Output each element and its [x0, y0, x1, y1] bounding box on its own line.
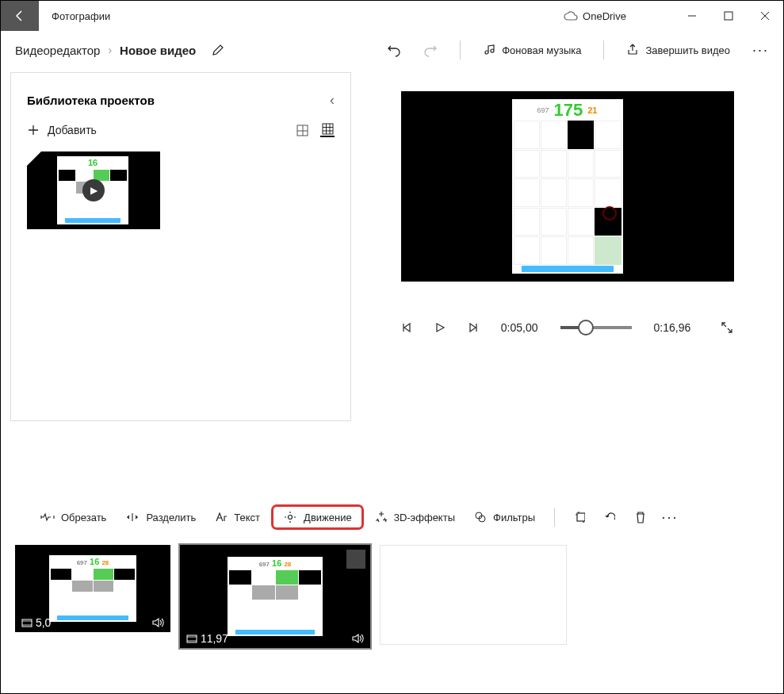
- undo-icon: [387, 43, 401, 57]
- breadcrumb-current: Новое видео: [120, 44, 196, 57]
- rotate-button[interactable]: [596, 505, 623, 529]
- fullscreen-button[interactable]: [721, 321, 733, 334]
- undo-button[interactable]: [387, 43, 401, 57]
- prev-frame-button[interactable]: [401, 322, 412, 333]
- finish-video-button[interactable]: Завершить видео: [626, 44, 730, 56]
- export-icon: [626, 44, 639, 56]
- titlebar: Фотографии OneDrive: [1, 1, 783, 31]
- clip-toolbar: Обрезать Разделить Текст Движение 3D-эфф…: [1, 497, 783, 537]
- divider: [460, 40, 461, 59]
- delete-button[interactable]: [626, 505, 653, 529]
- pencil-icon: [212, 44, 224, 56]
- add-label: Добавить: [48, 124, 97, 136]
- playback-controls: 0:05,00 0:16,96: [401, 321, 734, 334]
- timeline-empty-slot[interactable]: [380, 545, 567, 645]
- crop-button[interactable]: [566, 505, 593, 529]
- svg-rect-8: [187, 635, 197, 642]
- sparkle-icon: [375, 511, 388, 523]
- preview-content: 697 175 21: [512, 99, 623, 274]
- split-label: Разделить: [146, 512, 196, 523]
- arrow-left-icon: [13, 10, 26, 22]
- redo-button[interactable]: [423, 43, 438, 57]
- seek-slider[interactable]: [560, 326, 632, 329]
- onedrive-label: OneDrive: [583, 10, 626, 22]
- clip-marker: [346, 550, 365, 569]
- current-time: 0:05,00: [501, 321, 538, 334]
- clip-duration: 11,97: [186, 632, 228, 645]
- preview-left: 697: [537, 106, 549, 114]
- total-time: 0:16,96: [654, 321, 691, 334]
- trim-label: Обрезать: [61, 512, 106, 523]
- filmstrip-icon: [186, 635, 197, 643]
- video-preview[interactable]: 697 175 21: [401, 91, 734, 282]
- motion-button[interactable]: Движение: [271, 504, 364, 530]
- timeline-clip-selected[interactable]: 697 16 28 11,97: [180, 545, 370, 648]
- fx-label: 3D-эффекты: [394, 512, 455, 523]
- clip-audio-icon: [151, 617, 164, 628]
- split-icon: [125, 512, 140, 523]
- text-button[interactable]: Текст: [207, 507, 268, 528]
- clip-audio-icon: [351, 633, 364, 644]
- split-button[interactable]: Разделить: [117, 507, 204, 528]
- timeline: 697 16 28 5,0 697 16 28 11,97: [1, 537, 783, 656]
- music-icon: [483, 44, 495, 56]
- close-button[interactable]: [747, 1, 783, 31]
- rotate-icon: [604, 510, 615, 524]
- motion-icon: [283, 511, 297, 523]
- edit-title-button[interactable]: [212, 44, 224, 56]
- maximize-button[interactable]: [710, 1, 747, 31]
- 3d-effects-button[interactable]: 3D-эффекты: [367, 506, 463, 528]
- finish-label: Завершить видео: [645, 44, 730, 56]
- play-icon: ▶: [82, 179, 105, 201]
- view-large-button[interactable]: [295, 123, 309, 137]
- library-item[interactable]: 16 ▶: [27, 151, 160, 229]
- plus-icon: [27, 124, 40, 136]
- fold-indicator: [27, 151, 41, 166]
- back-button[interactable]: [1, 1, 39, 31]
- preview-main: 175: [554, 100, 583, 121]
- trash-icon: [634, 510, 645, 524]
- svg-rect-7: [22, 619, 32, 627]
- app-title: Фотографии: [52, 10, 110, 22]
- clip-thumb: 697 16 28: [228, 557, 323, 636]
- clip-duration: 5,0: [21, 616, 51, 629]
- preview-right: 21: [587, 105, 597, 115]
- timeline-clip[interactable]: 697 16 28 5,0: [15, 545, 170, 632]
- motion-label: Движение: [304, 512, 352, 523]
- divider: [554, 508, 555, 527]
- add-media-button[interactable]: Добавить: [27, 124, 97, 136]
- crop-icon: [574, 510, 585, 524]
- onedrive-button[interactable]: OneDrive: [564, 10, 626, 22]
- cloud-icon: [564, 11, 578, 21]
- svg-point-3: [289, 516, 293, 520]
- divider: [603, 40, 604, 59]
- svg-rect-0: [725, 12, 732, 20]
- view-small-button[interactable]: [320, 123, 335, 137]
- breadcrumb-root[interactable]: Видеоредактор: [15, 44, 100, 57]
- trim-button[interactable]: Обрезать: [33, 507, 114, 528]
- next-frame-button[interactable]: [468, 322, 479, 333]
- speaker-icon: [351, 633, 364, 644]
- text-icon: [215, 512, 228, 523]
- music-label: Фоновая музыка: [502, 44, 581, 56]
- thumb-score: 16: [59, 158, 127, 169]
- library-panel: Библиотека проектов ‹ Добавить 16: [10, 72, 351, 421]
- preview-area: 697 175 21 0:05,00 0:16,96: [351, 69, 783, 489]
- clip-thumb: 697 16 28: [49, 555, 136, 622]
- collapse-panel-button[interactable]: ‹: [330, 92, 335, 109]
- filmstrip-icon: [21, 619, 33, 627]
- main-area: Библиотека проектов ‹ Добавить 16: [1, 69, 783, 489]
- chevron-right-icon: ›: [108, 44, 112, 56]
- text-label: Текст: [234, 512, 260, 523]
- play-button[interactable]: [434, 322, 446, 333]
- speaker-icon: [151, 617, 164, 628]
- minimize-button[interactable]: [674, 1, 710, 31]
- more-button[interactable]: ···: [752, 42, 769, 59]
- breadcrumb: Видеоредактор › Новое видео: [15, 44, 224, 57]
- filters-icon: [474, 511, 487, 523]
- filters-button[interactable]: Фильтры: [466, 506, 543, 528]
- background-music-button[interactable]: Фоновая музыка: [483, 44, 581, 56]
- trim-icon: [40, 512, 55, 523]
- more-clip-button[interactable]: ···: [656, 504, 683, 531]
- svg-rect-6: [577, 513, 585, 521]
